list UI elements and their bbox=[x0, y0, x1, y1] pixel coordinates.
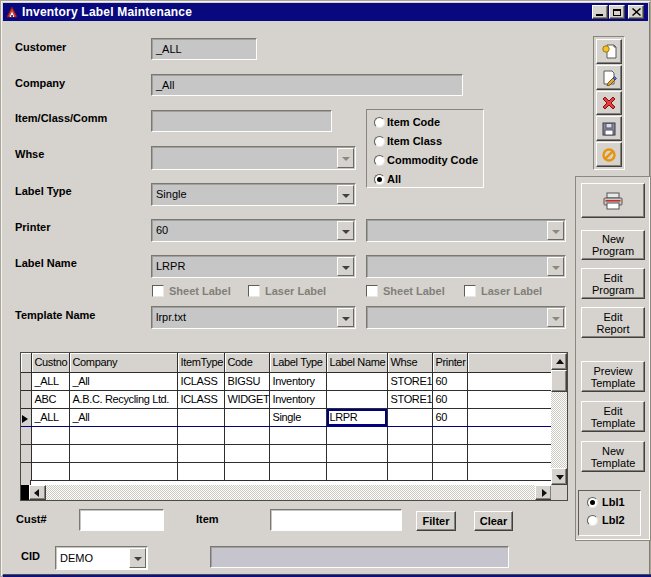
empty-cell[interactable] bbox=[31, 444, 69, 462]
grid-header-label-name[interactable]: Label Name bbox=[326, 353, 387, 372]
laser-label-checkbox-1[interactable] bbox=[248, 285, 260, 297]
whse-combo[interactable] bbox=[151, 146, 356, 170]
empty-cell[interactable] bbox=[387, 426, 432, 444]
company-input[interactable]: _All bbox=[151, 74, 463, 96]
cell-itemtype[interactable]: ICLASS bbox=[177, 390, 224, 408]
template-name-dropdown-arrow[interactable] bbox=[337, 308, 354, 327]
grid-vscrollbar[interactable] bbox=[551, 353, 567, 485]
cell-whse[interactable]: STORE1 bbox=[387, 372, 432, 390]
grid-header-company[interactable]: Company bbox=[69, 353, 177, 372]
grid-header-marker[interactable] bbox=[21, 353, 31, 372]
radio-lbl1[interactable] bbox=[587, 497, 598, 508]
cell-filler[interactable] bbox=[467, 372, 552, 390]
edit-template-button[interactable]: Edit Template bbox=[581, 401, 645, 432]
grid-header-custno[interactable]: Custno bbox=[31, 353, 69, 372]
cell-code[interactable] bbox=[224, 408, 269, 426]
hscroll-left-button[interactable] bbox=[29, 485, 46, 500]
grid-header-whse[interactable]: Whse bbox=[387, 353, 432, 372]
cell-code[interactable]: WIDGET bbox=[224, 390, 269, 408]
cell-company[interactable]: _All bbox=[69, 408, 177, 426]
maximize-button[interactable] bbox=[609, 5, 625, 19]
label-type-combo[interactable]: Single bbox=[151, 183, 356, 206]
empty-cell[interactable] bbox=[224, 426, 269, 444]
empty-cell[interactable] bbox=[387, 444, 432, 462]
printer-combo[interactable]: 60 bbox=[151, 219, 356, 242]
item-class-comm-input[interactable] bbox=[151, 110, 332, 132]
row-marker-cell[interactable] bbox=[21, 462, 31, 480]
hscroll-right-button[interactable] bbox=[535, 485, 552, 500]
empty-cell[interactable] bbox=[467, 426, 552, 444]
radio-item-code[interactable] bbox=[374, 117, 385, 128]
label-name-dropdown-arrow[interactable] bbox=[337, 257, 354, 276]
empty-cell[interactable] bbox=[432, 444, 467, 462]
edit-record-button[interactable] bbox=[596, 65, 622, 90]
printer-2-dropdown-arrow[interactable] bbox=[547, 221, 564, 240]
whse-dropdown-arrow[interactable] bbox=[337, 148, 354, 168]
grid-header-code[interactable]: Code bbox=[224, 353, 269, 372]
empty-cell[interactable] bbox=[467, 462, 552, 480]
customer-input[interactable]: _ALL bbox=[151, 38, 257, 60]
cell-custno[interactable]: ABC bbox=[31, 390, 69, 408]
radio-item-class[interactable] bbox=[374, 136, 385, 147]
vscroll-up-button[interactable] bbox=[551, 353, 567, 370]
new-program-button[interactable]: New Program bbox=[581, 230, 645, 260]
cid-dropdown-arrow[interactable] bbox=[129, 548, 146, 568]
cell-whse[interactable] bbox=[387, 408, 432, 426]
delete-record-button[interactable] bbox=[596, 91, 622, 116]
label-name-combo[interactable]: LRPR bbox=[151, 255, 356, 278]
printer-dropdown-arrow[interactable] bbox=[337, 221, 354, 240]
cell-custno[interactable]: _ALL bbox=[31, 408, 69, 426]
minimize-button[interactable] bbox=[592, 5, 608, 19]
empty-cell[interactable] bbox=[269, 462, 326, 480]
label-name-2-dropdown-arrow[interactable] bbox=[547, 257, 564, 276]
cancel-record-button[interactable] bbox=[596, 142, 622, 167]
cell-itemtype[interactable] bbox=[177, 408, 224, 426]
cell-label-name-editing[interactable]: LRPR bbox=[326, 408, 387, 426]
empty-cell[interactable] bbox=[224, 444, 269, 462]
save-record-button[interactable] bbox=[596, 116, 622, 141]
template-name-combo-2[interactable] bbox=[366, 306, 566, 329]
empty-cell[interactable] bbox=[31, 426, 69, 444]
sheet-label-checkbox-1[interactable] bbox=[152, 285, 164, 297]
edit-report-button[interactable]: Edit Report bbox=[581, 307, 645, 338]
empty-cell[interactable] bbox=[432, 462, 467, 480]
cell-label-name[interactable] bbox=[326, 372, 387, 390]
empty-cell[interactable] bbox=[269, 444, 326, 462]
cell-whse[interactable]: STORE1 bbox=[387, 390, 432, 408]
label-type-dropdown-arrow[interactable] bbox=[337, 185, 354, 204]
grid-header-itemtype[interactable]: ItemType bbox=[177, 353, 224, 372]
label-name-combo-2[interactable] bbox=[366, 255, 566, 278]
empty-cell[interactable] bbox=[467, 444, 552, 462]
close-button[interactable] bbox=[628, 5, 644, 19]
cell-label-type[interactable]: Inventory bbox=[269, 372, 326, 390]
cell-company[interactable]: _All bbox=[69, 372, 177, 390]
empty-cell[interactable] bbox=[177, 444, 224, 462]
radio-lbl2[interactable] bbox=[587, 515, 598, 526]
grid-header-label-type[interactable]: Label Type bbox=[269, 353, 326, 372]
cell-itemtype[interactable]: ICLASS bbox=[177, 372, 224, 390]
empty-cell[interactable] bbox=[69, 462, 177, 480]
new-template-button[interactable]: New Template bbox=[581, 441, 645, 472]
empty-cell[interactable] bbox=[387, 462, 432, 480]
current-row-marker-cell[interactable] bbox=[21, 408, 31, 426]
cell-printer[interactable]: 60 bbox=[432, 372, 467, 390]
row-marker-cell[interactable] bbox=[21, 372, 31, 390]
laser-label-checkbox-2[interactable] bbox=[464, 285, 476, 297]
cid-combo[interactable]: DEMO bbox=[55, 546, 148, 570]
vscroll-down-button[interactable] bbox=[551, 468, 567, 485]
empty-cell[interactable] bbox=[326, 444, 387, 462]
cell-code[interactable]: BIGSU bbox=[224, 372, 269, 390]
vscroll-thumb[interactable] bbox=[551, 370, 567, 392]
empty-cell[interactable] bbox=[31, 462, 69, 480]
title-bar[interactable]: Inventory Label Maintenance Customer Com… bbox=[3, 3, 648, 21]
empty-cell[interactable] bbox=[432, 426, 467, 444]
empty-cell[interactable] bbox=[69, 426, 177, 444]
empty-cell[interactable] bbox=[326, 462, 387, 480]
printer-combo-2[interactable] bbox=[366, 219, 566, 242]
cell-printer[interactable]: 60 bbox=[432, 390, 467, 408]
cell-label-name[interactable] bbox=[326, 390, 387, 408]
item-input[interactable] bbox=[270, 509, 402, 531]
clear-button[interactable]: Clear bbox=[474, 511, 513, 531]
new-record-button[interactable] bbox=[596, 39, 622, 64]
filter-button[interactable]: Filter bbox=[416, 511, 456, 531]
